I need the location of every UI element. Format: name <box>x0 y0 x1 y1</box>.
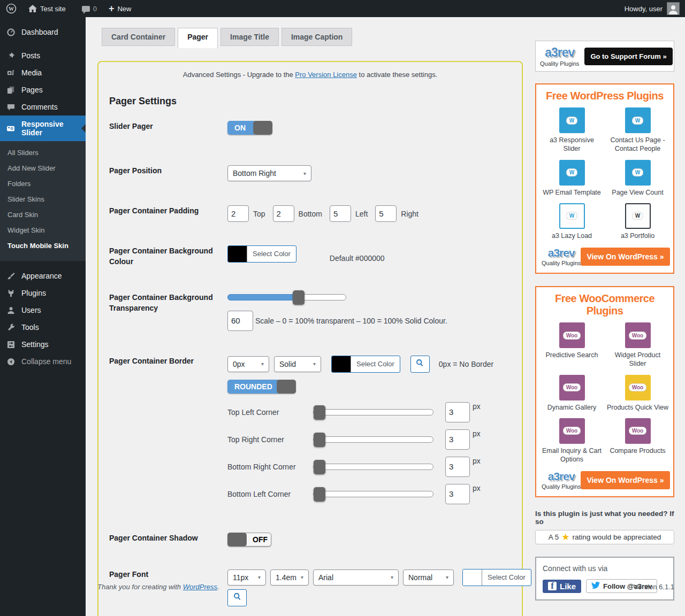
tab-image-title[interactable]: Image Title <box>220 28 279 46</box>
new-menu[interactable]: + New <box>103 0 138 17</box>
a3rev-logo[interactable]: a3rev Quality Plugins <box>542 470 581 490</box>
submenu-slider-skins[interactable]: Slider Skins <box>0 191 86 207</box>
font-preview-button[interactable] <box>227 589 247 606</box>
submenu-all-sliders[interactable]: All Sliders <box>0 145 86 160</box>
sidebar-item-pages[interactable]: Pages <box>0 81 86 98</box>
padding-top-input[interactable] <box>227 205 249 222</box>
padding-bottom-input[interactable] <box>273 205 294 222</box>
rounded-toggle[interactable]: ROUNDED <box>227 380 296 394</box>
slider-handle[interactable] <box>293 290 305 305</box>
border-width-select[interactable]: 0px ▾ <box>227 356 269 372</box>
sidebar-item-appearance[interactable]: Appearance <box>0 267 86 284</box>
bottom-right-corner-input[interactable] <box>445 457 470 477</box>
plugin-a3-responsive-slider[interactable]: W a3 Responsive Slider <box>541 107 603 153</box>
comment-icon <box>82 6 90 12</box>
color-swatch <box>332 356 351 372</box>
pager-position-label: Pager Position <box>109 165 227 176</box>
submenu-folders[interactable]: Folders <box>0 176 86 191</box>
top-left-corner-slider[interactable] <box>313 409 433 415</box>
plugin-dynamic-gallery[interactable]: Woo Dynamic Gallery <box>541 375 603 412</box>
transparency-slider[interactable] <box>227 294 346 301</box>
slider-handle[interactable] <box>314 405 325 420</box>
bg-colour-label: Pager Container Background Colour <box>109 245 227 267</box>
bottom-left-corner-slider[interactable] <box>313 491 433 497</box>
sidebar-item-plugins[interactable]: Plugins <box>0 284 86 302</box>
submenu-touch-mobile-skin[interactable]: Touch Mobile Skin <box>0 238 86 253</box>
padding-right-input[interactable] <box>375 205 397 222</box>
plugin-email-inquiry-cart-options[interactable]: Woo Email Inquiry & Cart Options <box>541 418 603 464</box>
plugin-a3-lazy-load[interactable]: W a3 Lazy Load <box>541 203 603 240</box>
plugin-compare-products[interactable]: Woo Compare Products <box>606 418 669 464</box>
sidebar-item-responsive-slider[interactable]: Responsive Slider <box>0 116 86 141</box>
view-on-wordpress-button[interactable]: View On WordPress » <box>581 248 669 266</box>
slider-pager-toggle[interactable]: ON <box>227 121 272 135</box>
media-icon <box>5 69 16 77</box>
sidebar-item-collapse-menu[interactable]: Collapse menu <box>0 353 86 370</box>
view-on-wordpress-button[interactable]: View On WordPress » <box>581 471 669 489</box>
sidebar-item-media[interactable]: Media <box>0 64 86 81</box>
top-right-corner-slider[interactable] <box>313 436 433 443</box>
rating-button[interactable]: A 5 ★ rating would be appreciated <box>535 530 674 544</box>
chevron-down-icon: ▾ <box>303 171 306 176</box>
sidebar-item-users[interactable]: Users <box>0 302 86 319</box>
border-colour-picker[interactable]: Select Color <box>331 356 400 373</box>
top-right-corner-input[interactable] <box>445 429 470 450</box>
slider-handle[interactable] <box>314 433 325 447</box>
plugin-page-view-count[interactable]: W Page View Count <box>606 160 669 197</box>
top-left-corner-input[interactable] <box>445 402 470 422</box>
plugin-thumbnail-icon: Woo <box>559 418 585 444</box>
border-style-select[interactable]: Solid ▾ <box>274 356 321 372</box>
shadow-toggle[interactable]: OFF <box>227 533 271 546</box>
pin-icon <box>5 52 16 60</box>
avatar <box>667 2 680 15</box>
submenu-add-new-slider[interactable]: Add New Slider <box>0 160 86 176</box>
free-woocommerce-plugins-box: Free WooCommerce Plugins Woo Predictive … <box>535 286 674 497</box>
comments-menu[interactable]: 0 <box>76 0 103 17</box>
transparency-scale-text: Scale – 0 = 100% transparent – 100 = 100… <box>255 317 447 325</box>
plugin-predictive-search[interactable]: Woo Predictive Search <box>541 322 603 368</box>
slider-handle[interactable] <box>314 487 325 502</box>
plugin-wp-email-template[interactable]: W WP Email Template <box>541 160 603 197</box>
padding-label: Pager Container Padding <box>109 205 227 216</box>
sidebar-item-posts[interactable]: Posts <box>0 47 86 64</box>
sidebar-item-dashboard[interactable]: Dashboard <box>0 24 86 41</box>
bottom-right-corner-slider[interactable] <box>313 464 433 470</box>
sidebar-item-tools[interactable]: Tools <box>0 319 86 336</box>
submenu-card-skin[interactable]: Card Skin <box>0 207 86 222</box>
connect-title: Connect with us via <box>543 564 667 573</box>
slider-handle[interactable] <box>314 460 325 474</box>
sidebar-item-comments[interactable]: Comments <box>0 98 86 116</box>
sidebar-item-settings[interactable]: Settings <box>0 336 86 353</box>
color-swatch <box>228 246 247 262</box>
border-preview-button[interactable] <box>410 356 430 373</box>
plugin-thumbnail-icon: Woo <box>625 375 651 401</box>
plugin-widget-product-slider[interactable]: Woo Widget Product Slider <box>606 322 669 368</box>
plugin-a3-portfolio[interactable]: W a3 Portfolio <box>606 203 669 240</box>
toggle-knob <box>253 121 272 135</box>
submenu-widget-skin[interactable]: Widget Skin <box>0 222 86 238</box>
tab-pager[interactable]: Pager <box>178 28 218 48</box>
site-menu[interactable]: Test site <box>22 0 72 17</box>
padding-left-input[interactable] <box>330 205 351 222</box>
plus-icon: + <box>109 4 115 13</box>
plugin-contact-us-page[interactable]: W Contact Us Page - Contact People <box>606 107 669 153</box>
pro-version-link[interactable]: Pro Version License <box>295 71 357 79</box>
plugin-products-quick-view[interactable]: Woo Products Quick View <box>606 375 669 412</box>
a3rev-logo[interactable]: a3rev Quality Plugins <box>542 247 581 266</box>
account-menu[interactable]: Howdy, user <box>619 2 685 15</box>
tab-card-container[interactable]: Card Container <box>102 28 175 46</box>
tab-image-caption[interactable]: Image Caption <box>281 28 352 46</box>
support-forum-button[interactable]: Go to Support Forum » <box>584 48 672 65</box>
bottom-left-corner-input[interactable] <box>445 484 470 504</box>
pager-position-select[interactable]: Bottom Right ▾ <box>227 165 311 181</box>
bg-colour-picker[interactable]: Select Color <box>227 245 296 263</box>
a3rev-logo[interactable]: a3rev Quality Plugins <box>540 45 579 67</box>
transparency-input[interactable] <box>227 311 253 331</box>
wordpress-link[interactable]: WordPress <box>183 583 217 591</box>
connect-box: Connect with us via f Like Follow @a3rev <box>535 557 674 600</box>
plugin-thumbnail-icon: Woo <box>559 375 585 401</box>
chevron-down-icon: ▾ <box>446 574 448 580</box>
wp-logo-menu[interactable]: W <box>0 0 22 17</box>
settings-icon <box>5 341 16 349</box>
chevron-down-icon: ▾ <box>261 361 264 367</box>
